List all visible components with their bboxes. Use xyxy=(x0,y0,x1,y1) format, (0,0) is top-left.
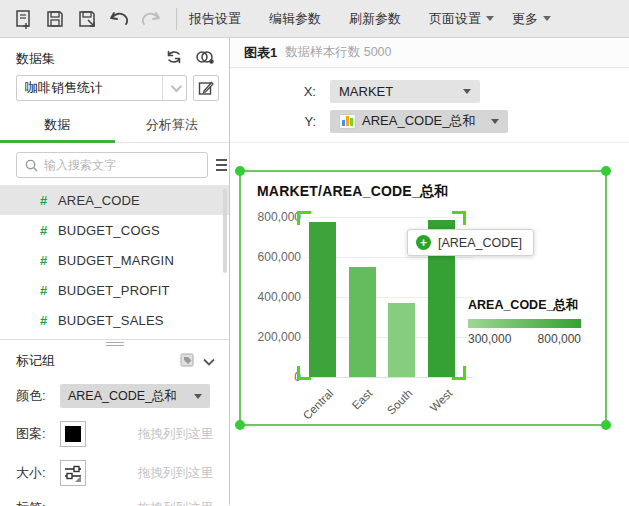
pencil-icon xyxy=(198,80,214,96)
field-list: # AREA_CODE # BUDGET_COGS # BUDGET_MARGI… xyxy=(0,185,229,335)
new-report-icon[interactable] xyxy=(10,6,36,32)
search-icon xyxy=(25,159,38,172)
drag-tooltip-text: [AREA_CODE] xyxy=(438,236,522,250)
numeric-field-icon: # xyxy=(40,193,58,208)
drop-column-hint: 拖拽列到这里 xyxy=(138,465,215,482)
chevron-down-icon xyxy=(486,16,494,21)
menu-edit-params[interactable]: 编辑参数 xyxy=(269,10,321,28)
menu-edit-params-label: 编辑参数 xyxy=(269,10,321,28)
legend-title: AREA_CODE_总和 xyxy=(468,297,588,314)
field-name: BUDGET_COGS xyxy=(58,223,160,238)
x-axis-value: MARKET xyxy=(339,84,393,99)
plus-icon: + xyxy=(416,235,431,250)
menu-more-label: 更多 xyxy=(512,10,538,28)
field-name: AREA_CODE xyxy=(58,193,140,208)
field-row-area-code[interactable]: # AREA_CODE xyxy=(0,185,229,215)
field-row-budget-profit[interactable]: # BUDGET_PROFIT xyxy=(0,275,229,305)
selection-bracket xyxy=(452,211,466,225)
x-axis-dropdown[interactable]: MARKET xyxy=(330,80,480,103)
sidebar: 数据集 咖啡销售统计 数据 分析算法 xyxy=(0,38,230,505)
menu-report-settings[interactable]: 报告设置 xyxy=(189,10,241,28)
selection-bracket xyxy=(297,366,311,380)
dataset-select-value: 咖啡销售统计 xyxy=(17,79,162,97)
tab-analysis-algorithm[interactable]: 分析算法 xyxy=(115,109,230,142)
panel-resize-handle[interactable] xyxy=(0,339,229,348)
sample-rows-text: 数据样本行数 5000 xyxy=(285,44,391,61)
pattern-swatch-button[interactable] xyxy=(60,421,86,447)
tab-analysis-algorithm-label: 分析算法 xyxy=(146,117,198,132)
tag-icon[interactable] xyxy=(180,353,195,370)
menu-page-settings[interactable]: 页面设置 xyxy=(429,10,494,28)
y-axis-label: Y: xyxy=(230,114,330,129)
resize-handle[interactable] xyxy=(235,166,245,176)
selection-bracket xyxy=(297,211,311,225)
refresh-icon[interactable] xyxy=(165,49,183,68)
tab-data[interactable]: 数据 xyxy=(0,109,115,142)
y-axis-dropdown[interactable]: AREA_CODE_总和 xyxy=(330,110,508,133)
drop-column-hint: 拖拽列到这里 xyxy=(138,500,215,506)
edit-dataset-button[interactable] xyxy=(193,75,219,101)
field-row-budget-cogs[interactable]: # BUDGET_COGS xyxy=(0,215,229,245)
field-list-options-icon[interactable] xyxy=(216,154,227,176)
resize-handle[interactable] xyxy=(235,420,245,430)
legend-gradient-bar xyxy=(468,319,581,328)
report-canvas[interactable]: MARKET/AREA_CODE_总和 0200,000400,000600,0… xyxy=(230,143,629,505)
y-tick-label: 600,000 xyxy=(241,250,301,264)
y-tick-label: 400,000 xyxy=(241,290,301,304)
color-mark-value: AREA_CODE_总和 xyxy=(68,388,189,405)
main-panel: 图表1 数据样本行数 5000 X: MARKET Y: AREA_CODE_总… xyxy=(230,38,629,505)
field-name: BUDGET_PROFIT xyxy=(58,283,170,298)
menu-report-settings-label: 报告设置 xyxy=(189,10,241,28)
sidebar-tabs: 数据 分析算法 xyxy=(0,109,229,143)
field-name: BUDGET_SALES xyxy=(58,313,164,328)
gridline xyxy=(307,217,473,218)
chevron-down-icon xyxy=(194,394,202,399)
bar-east[interactable] xyxy=(349,267,376,377)
blend-preview-icon[interactable] xyxy=(195,49,215,68)
save-as-icon[interactable] xyxy=(74,6,100,32)
resize-handle[interactable] xyxy=(601,166,611,176)
color-mark-dropdown[interactable]: AREA_CODE_总和 xyxy=(60,384,210,408)
bar-central[interactable] xyxy=(309,222,336,377)
field-row-budget-sales[interactable]: # BUDGET_SALES xyxy=(0,305,229,335)
bar-south[interactable] xyxy=(388,303,415,377)
chart-tab-label[interactable]: 图表1 xyxy=(244,44,277,62)
field-name: BUDGET_MARGIN xyxy=(58,253,174,268)
x-axis-label: X: xyxy=(230,84,330,99)
legend: AREA_CODE_总和 300,000 800,000 xyxy=(468,297,588,346)
undo-icon[interactable] xyxy=(106,6,132,32)
chart-frame[interactable]: MARKET/AREA_CODE_总和 0200,000400,000600,0… xyxy=(239,170,607,426)
dataset-section-label: 数据集 xyxy=(16,50,55,68)
save-icon[interactable] xyxy=(42,6,68,32)
size-settings-button[interactable] xyxy=(60,460,86,486)
chart-title: MARKET/AREA_CODE_总和 xyxy=(257,183,448,201)
field-list-scrollbar[interactable] xyxy=(223,189,227,273)
numeric-field-icon: # xyxy=(40,313,58,328)
sliders-icon xyxy=(64,464,82,482)
y-tick-label: 200,000 xyxy=(241,330,301,344)
search-input[interactable] xyxy=(44,158,199,172)
gridline xyxy=(307,377,473,378)
marks-section-label: 标记组 xyxy=(16,352,55,370)
chevron-down-icon xyxy=(491,119,499,124)
tab-data-label: 数据 xyxy=(44,117,70,132)
legend-min-label: 300,000 xyxy=(468,332,511,346)
dataset-select[interactable]: 咖啡销售统计 xyxy=(16,75,187,101)
menu-refresh-params[interactable]: 刷新参数 xyxy=(349,10,401,28)
menu-page-settings-label: 页面设置 xyxy=(429,10,481,28)
menu-more[interactable]: 更多 xyxy=(512,10,551,28)
redo-icon[interactable] xyxy=(138,6,164,32)
chevron-down-icon xyxy=(543,16,551,21)
collapse-chevron-icon[interactable] xyxy=(203,354,215,369)
label-mark-label: 标签: xyxy=(16,499,60,506)
field-search-box xyxy=(16,152,208,178)
numeric-field-icon: # xyxy=(40,283,58,298)
size-mark-label: 大小: xyxy=(16,464,60,482)
resize-handle[interactable] xyxy=(601,420,611,430)
color-mark-label: 颜色: xyxy=(16,387,60,405)
drop-column-hint: 拖拽列到这里 xyxy=(138,426,215,443)
field-row-budget-margin[interactable]: # BUDGET_MARGIN xyxy=(0,245,229,275)
pattern-mark-label: 图案: xyxy=(16,425,60,443)
legend-max-label: 800,000 xyxy=(538,332,581,346)
menu-refresh-params-label: 刷新参数 xyxy=(349,10,401,28)
